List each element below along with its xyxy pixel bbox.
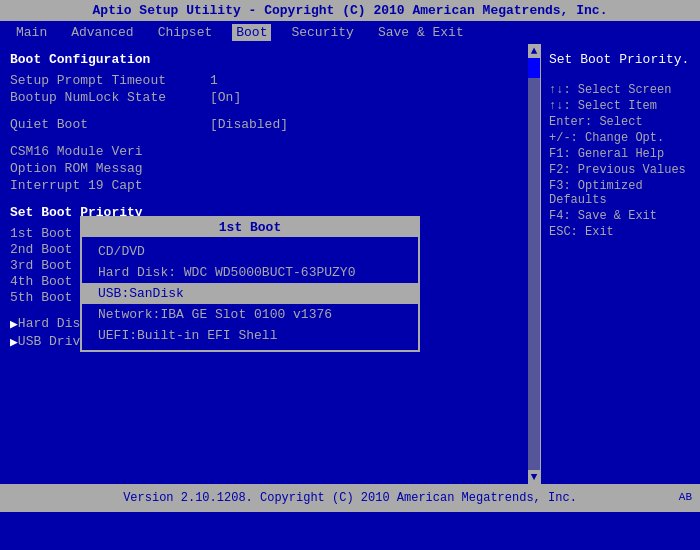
menu-item-save---exit[interactable]: Save & Exit [374,24,468,41]
setup-prompt-value: 1 [210,73,218,88]
numlock-label: Bootup NumLock State [10,90,210,105]
hdd-bbs-arrow: ▶ [10,316,18,332]
interrupt-label: Interrupt 19 Capt [10,178,210,193]
help-key-select-screen: ↑↓: Select Screen [549,83,692,97]
menu-item-boot[interactable]: Boot [232,24,271,41]
ab-label: AB [679,486,692,508]
modal-body: CD/DVDHard Disk: WDC WD5000BUCT-63PUZY0U… [82,237,418,350]
numlock-row: Bootup NumLock State [On] [10,90,530,105]
modal-title: 1st Boot [82,218,418,237]
numlock-value: [On] [210,90,241,105]
modal-item-2[interactable]: USB:SanDisk [82,283,418,304]
modal-item-0[interactable]: CD/DVD [82,241,418,262]
modal-item-4[interactable]: UEFI:Built-in EFI Shell [82,325,418,346]
left-panel: Boot Configuration Setup Prompt Timeout … [0,44,540,484]
scroll-thumb [528,58,540,78]
help-key-f4: F4: Save & Exit [549,209,692,223]
right-panel: Set Boot Priority. ↑↓: Select Screen ↑↓:… [540,44,700,484]
menu-item-main[interactable]: Main [12,24,51,41]
menu-bar: MainAdvancedChipsetBootSecuritySave & Ex… [0,21,700,44]
help-key-f2: F2: Previous Values [549,163,692,177]
modal-item-1[interactable]: Hard Disk: WDC WD5000BUCT-63PUZY0 [82,262,418,283]
modal-item-3[interactable]: Network:IBA GE Slot 0100 v1376 [82,304,418,325]
csm-label: CSM16 Module Veri [10,144,210,159]
quiet-boot-value: [Disabled] [210,117,288,132]
help-key-f3: F3: Optimized Defaults [549,179,692,207]
quiet-boot-label: Quiet Boot [10,117,210,132]
scroll-down-arrow[interactable]: ▼ [531,470,538,484]
menu-item-security[interactable]: Security [287,24,357,41]
title-bar: Aptio Setup Utility - Copyright (C) 2010… [0,0,700,21]
scroll-up-arrow[interactable]: ▲ [531,44,538,58]
boot-select-modal[interactable]: 1st Boot CD/DVDHard Disk: WDC WD5000BUCT… [80,216,420,352]
setup-prompt-label: Setup Prompt Timeout [10,73,210,88]
option-rom-label: Option ROM Messag [10,161,210,176]
main-content: Boot Configuration Setup Prompt Timeout … [0,44,700,484]
csm-row: CSM16 Module Veri [10,144,530,159]
setup-prompt-row: Setup Prompt Timeout 1 [10,73,530,88]
help-text: Set Boot Priority. [549,52,692,67]
boot-config-title: Boot Configuration [10,52,530,67]
help-key-enter-select: Enter: Select [549,115,692,129]
bottom-bar: Version 2.10.1208. Copyright (C) 2010 Am… [0,484,700,512]
help-key-change-opt: +/-: Change Opt. [549,131,692,145]
scroll-track [528,58,540,470]
footer-text: Version 2.10.1208. Copyright (C) 2010 Am… [123,491,577,505]
help-key-f1: F1: General Help [549,147,692,161]
title-text: Aptio Setup Utility - Copyright (C) 2010… [93,3,608,18]
menu-item-advanced[interactable]: Advanced [67,24,137,41]
usb-bbs-arrow: ▶ [10,334,18,350]
option-rom-row: Option ROM Messag [10,161,530,176]
help-key-select-item: ↑↓: Select Item [549,99,692,113]
help-key-esc: ESC: Exit [549,225,692,239]
quiet-boot-row[interactable]: Quiet Boot [Disabled] [10,117,530,132]
interrupt-row: Interrupt 19 Capt [10,178,530,193]
menu-item-chipset[interactable]: Chipset [154,24,217,41]
scrollbar[interactable]: ▲ ▼ [528,44,540,484]
